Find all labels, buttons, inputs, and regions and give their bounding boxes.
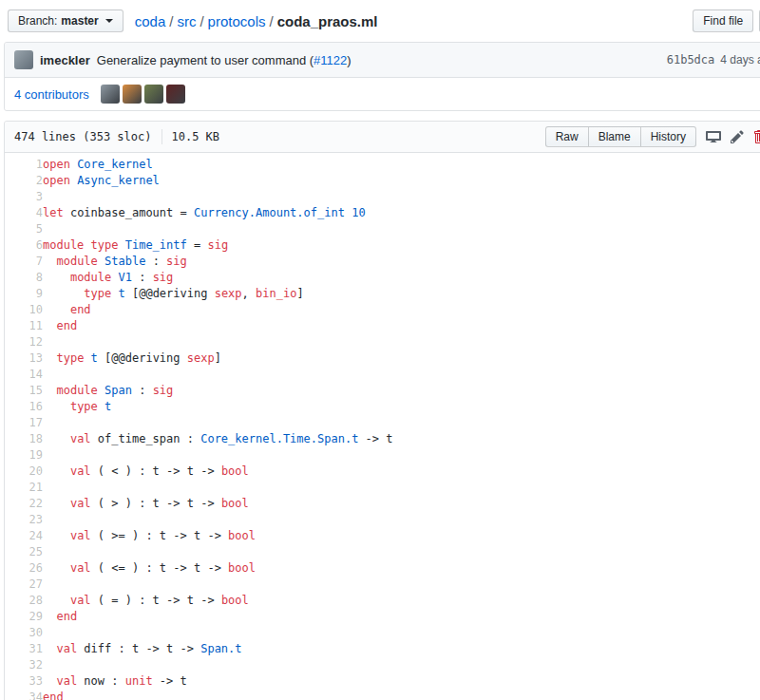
code-line: 31 val diff : t -> t -> Span.t bbox=[5, 641, 760, 657]
line-number[interactable]: 12 bbox=[5, 334, 43, 350]
line-number[interactable]: 24 bbox=[5, 528, 43, 544]
code-line: 24 val ( >= ) : t -> t -> bool bbox=[5, 528, 760, 544]
line-number[interactable]: 5 bbox=[5, 221, 43, 237]
breadcrumb-link-protocols[interactable]: protocols bbox=[208, 13, 266, 29]
line-number[interactable]: 23 bbox=[5, 512, 43, 528]
breadcrumb-link-src[interactable]: src bbox=[177, 13, 196, 29]
nav-actions: Find file Copy path bbox=[693, 9, 760, 32]
line-number[interactable]: 1 bbox=[5, 157, 43, 173]
contributor-avatar[interactable] bbox=[101, 85, 120, 104]
code-line: 34end bbox=[5, 690, 760, 700]
commit-message-link[interactable]: Generalize payment to user command (#112… bbox=[97, 53, 352, 67]
line-number[interactable]: 7 bbox=[5, 254, 43, 270]
line-number[interactable]: 20 bbox=[5, 464, 43, 480]
line-number[interactable]: 11 bbox=[5, 318, 43, 334]
code-line-content: open Async_kernel bbox=[43, 173, 760, 189]
code-line-content bbox=[43, 367, 760, 383]
line-number[interactable]: 9 bbox=[5, 286, 43, 302]
find-file-button[interactable]: Find file bbox=[693, 9, 753, 32]
code-line-content: val of_time_span : Core_kernel.Time.Span… bbox=[43, 431, 760, 447]
code-line-content bbox=[43, 625, 760, 641]
line-number[interactable]: 22 bbox=[5, 496, 43, 512]
edit-pencil-icon[interactable] bbox=[731, 129, 744, 144]
file-header: 474 lines (353 sloc) 10.5 KB Raw Blame H… bbox=[5, 122, 760, 153]
line-number[interactable]: 21 bbox=[5, 480, 43, 496]
code-line: 19 bbox=[5, 447, 760, 464]
code-line-content: module Span : sig bbox=[43, 383, 760, 399]
line-number[interactable]: 28 bbox=[5, 593, 43, 609]
line-number[interactable]: 3 bbox=[5, 189, 43, 205]
commit-author-avatar[interactable] bbox=[14, 50, 33, 69]
issue-reference-link[interactable]: #1122 bbox=[314, 53, 347, 67]
code-line-content: val now : unit -> t bbox=[43, 673, 760, 690]
chevron-down-icon bbox=[105, 19, 113, 23]
code-line: 16 type t bbox=[5, 399, 760, 415]
line-number[interactable]: 14 bbox=[5, 367, 43, 383]
code-line-content: type t bbox=[43, 399, 760, 415]
line-number[interactable]: 19 bbox=[5, 447, 43, 464]
blame-button[interactable]: Blame bbox=[588, 126, 641, 147]
code-line-content: end bbox=[43, 690, 760, 700]
line-number[interactable]: 27 bbox=[5, 577, 43, 593]
code-line: 30 bbox=[5, 625, 760, 641]
code-line: 23 bbox=[5, 512, 760, 528]
commit-author-link[interactable]: imeckler bbox=[40, 53, 90, 67]
code-blob: 1open Core_kernel2open Async_kernel3 4le… bbox=[5, 153, 760, 700]
line-number[interactable]: 16 bbox=[5, 399, 43, 415]
line-number[interactable]: 31 bbox=[5, 641, 43, 657]
line-number[interactable]: 25 bbox=[5, 544, 43, 560]
line-number[interactable]: 30 bbox=[5, 625, 43, 641]
contributors-row: 4 contributors bbox=[5, 78, 760, 110]
code-line: 1open Core_kernel bbox=[5, 157, 760, 173]
code-line: 12 bbox=[5, 334, 760, 350]
contributor-avatar[interactable] bbox=[166, 85, 185, 104]
branch-select-button[interactable]: Branch: master bbox=[8, 9, 124, 32]
code-line-content: end bbox=[43, 302, 760, 318]
line-number[interactable]: 2 bbox=[5, 173, 43, 189]
code-line: 29 end bbox=[5, 609, 760, 625]
breadcrumb-file-name: coda_praos.ml bbox=[277, 13, 378, 29]
code-line: 15 module Span : sig bbox=[5, 383, 760, 399]
branch-name: master bbox=[61, 14, 98, 28]
line-number[interactable]: 17 bbox=[5, 415, 43, 431]
code-line: 9 type t [@@deriving sexp, bin_io] bbox=[5, 286, 760, 302]
history-button[interactable]: History bbox=[640, 126, 696, 147]
file-navigation: Branch: master coda/src/protocols/coda_p… bbox=[4, 8, 760, 42]
line-number[interactable]: 34 bbox=[5, 690, 43, 700]
code-line: 28 val ( = ) : t -> t -> bool bbox=[5, 593, 760, 609]
code-line-content bbox=[43, 480, 760, 496]
line-number[interactable]: 26 bbox=[5, 560, 43, 577]
code-line-content: let coinbase_amount = Currency.Amount.of… bbox=[43, 205, 760, 221]
contributor-avatar[interactable] bbox=[123, 85, 142, 104]
code-line-content: val diff : t -> t -> Span.t bbox=[43, 641, 760, 657]
code-line-content: val ( < ) : t -> t -> bool bbox=[43, 464, 760, 480]
line-number[interactable]: 15 bbox=[5, 383, 43, 399]
line-number[interactable]: 4 bbox=[5, 205, 43, 221]
latest-commit-bar: imeckler Generalize payment to user comm… bbox=[5, 43, 760, 78]
code-line: 18 val of_time_span : Core_kernel.Time.S… bbox=[5, 431, 760, 447]
code-line: 5 bbox=[5, 221, 760, 237]
breadcrumb: coda/src/protocols/coda_praos.ml bbox=[135, 13, 378, 29]
contributor-avatar[interactable] bbox=[144, 85, 163, 104]
delete-trash-icon[interactable] bbox=[753, 129, 760, 144]
code-line-content bbox=[43, 189, 760, 205]
line-number[interactable]: 32 bbox=[5, 657, 43, 673]
code-line: 4let coinbase_amount = Currency.Amount.o… bbox=[5, 205, 760, 221]
open-in-desktop-icon[interactable] bbox=[706, 131, 721, 143]
line-number[interactable]: 10 bbox=[5, 302, 43, 318]
line-number[interactable]: 29 bbox=[5, 609, 43, 625]
code-line: 27 bbox=[5, 577, 760, 593]
commit-sha-link[interactable]: 61b5dca bbox=[667, 53, 715, 66]
line-number[interactable]: 6 bbox=[5, 237, 43, 254]
code-line-content: module type Time_intf = sig bbox=[43, 237, 760, 254]
code-table: 1open Core_kernel2open Async_kernel3 4le… bbox=[5, 157, 760, 700]
line-number[interactable]: 18 bbox=[5, 431, 43, 447]
code-line: 13 type t [@@deriving sexp] bbox=[5, 350, 760, 367]
breadcrumb-link-repo[interactable]: coda bbox=[135, 13, 166, 29]
line-number[interactable]: 13 bbox=[5, 350, 43, 367]
code-line: 21 bbox=[5, 480, 760, 496]
contributors-link[interactable]: 4 contributors bbox=[14, 87, 89, 102]
line-number[interactable]: 33 bbox=[5, 673, 43, 690]
raw-button[interactable]: Raw bbox=[545, 126, 589, 147]
line-number[interactable]: 8 bbox=[5, 270, 43, 286]
